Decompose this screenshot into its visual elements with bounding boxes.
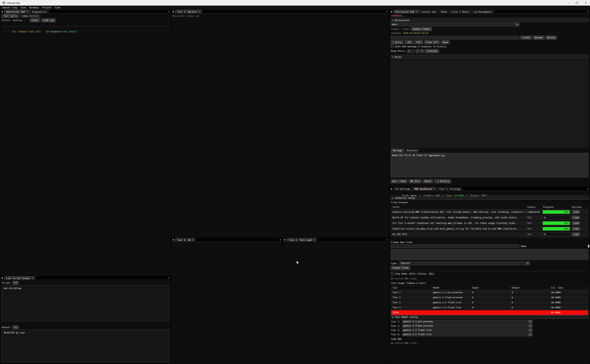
tab-tier1-strategy[interactable]: Tier 1: Strategy [437,187,463,191]
dock-close-icon[interactable]: X [587,188,588,190]
window-menu-icon[interactable] [1,277,3,279]
tab-close-icon[interactable]: X [313,239,314,241]
truncate-button[interactable]: Truncate [425,49,439,53]
track-name-input[interactable] [391,244,519,248]
tier1-model-select[interactable]: gemini-3.1-pro-preview▼ [402,320,533,323]
window-menu-icon[interactable] [284,239,286,241]
reset-button[interactable]: Reset [423,179,433,183]
tab-close-icon[interactable]: X [32,277,33,279]
script-box[interactable]: Get-ChildItem [2,285,169,321]
menu-project[interactable]: Project [40,6,53,9]
tab-close-icon[interactable]: X [434,188,435,190]
autoadd-checkbox[interactable] [391,45,394,48]
table-row: Enhance existing MMA orchestration GUI: … [391,209,588,215]
subtab-comms-history[interactable]: Comms History [20,14,41,18]
table-row: Tier 4 gemini-2.5-flash-lite 0 0 $0.0000 [391,305,588,310]
menu-view-2[interactable]: View [53,6,62,9]
dock-close-icon[interactable]: X [168,277,169,279]
tab-close-icon[interactable]: X [416,11,417,13]
tab-response[interactable]: Response [405,149,420,152]
update-commit-button[interactable]: Update Commit [411,27,432,31]
create-track-button[interactable]: Create Track [391,266,410,270]
tab-tier2-tech-lead[interactable]: Tier 2: Tech Lead X [287,238,316,242]
load-track-button[interactable]: Load [572,216,580,219]
keep-pairs-input[interactable]: 2 [407,49,415,53]
tier-model-config-header[interactable]: ▼ Tier Model Config [391,315,589,319]
dock-close-icon[interactable]: X [386,239,388,241]
keep-pairs-plus-button[interactable]: + [420,49,424,53]
delete-discussion-button[interactable]: Delete [546,36,557,39]
menu-windows[interactable]: Windows [28,6,40,9]
tab-theme[interactable]: Theme [439,10,449,13]
clear-all-button[interactable]: Clear All [424,40,440,44]
window-menu-icon[interactable] [172,11,174,13]
tab-context-hub[interactable]: Context Hub [419,10,438,13]
menu-view[interactable]: View [19,6,28,9]
tier4-model-select[interactable]: gemini-2.5-flash-lite▼ [402,333,533,336]
tab-diagnostics[interactable]: Diagnostics [30,10,48,13]
dock-close-icon[interactable]: X [280,239,281,241]
menu-manual-slop[interactable]: manual slop [1,6,19,9]
track-type-select[interactable]: feature ▼ [399,261,530,265]
last-script-output-panel: Last Script Output X X Script: [+] Get-C… [0,276,171,364]
track-description-textarea[interactable] [391,249,588,260]
subtab-tool-calls[interactable]: Tool Calls [2,14,19,18]
tab-tier4-qa[interactable]: Tier 4: QA X [175,238,195,242]
load-track-button[interactable]: Load [572,210,580,214]
load-track-button[interactable]: Load [572,233,580,236]
to-history-button[interactable]: -> History [434,179,451,183]
tab-close-icon[interactable]: X [192,239,193,241]
tab-log-management[interactable]: Log Management [471,10,494,13]
output-expand-button[interactable]: [+] [13,326,19,329]
step-mode-checkbox[interactable] [391,272,394,275]
dock-close-icon[interactable]: X [587,10,588,13]
load-track-button[interactable]: Load [572,227,580,230]
message-textarea[interactable]: Read the first 10 lines of aggregate.py. [391,153,588,177]
script-expand-button[interactable]: [+] [13,281,19,285]
tab-ai-settings[interactable]: AI Settings [394,187,412,191]
md-only-button[interactable]: MD Only [409,179,422,183]
tab-mma-dashboard[interactable]: MMA Dashboard X [413,187,436,191]
tab-files-media[interactable]: Files & Media [449,10,471,13]
create-discussion-button[interactable]: Create [520,36,532,39]
close-button[interactable]: ✕ [581,0,590,6]
conductor-setup-header[interactable]: ▶ Conductor Setup [391,196,589,200]
dock-close-icon[interactable]: X [386,10,388,13]
load-log-button[interactable]: Load Log [41,19,55,22]
window-menu-icon[interactable] [391,188,392,190]
discussion-name-input[interactable] [391,36,519,39]
add-entry-button[interactable]: + Entry [391,40,403,44]
keep-pairs-minus-button[interactable]: - [416,49,419,53]
tab-discussion-hub[interactable]: Discussion Hub X [394,10,419,13]
tab-close-icon[interactable]: X [27,11,28,13]
save-button[interactable]: Save [441,40,449,44]
table-row: Tier 2 gemini-3-flash-preview 0 0 $0.000… [391,295,588,300]
minimize-icon: — [567,1,570,4]
rename-discussion-button[interactable]: Rename [533,36,544,39]
clear-button[interactable]: Clear [30,19,40,22]
tab-last-script-output[interactable]: Last Script Output X [4,276,35,280]
tab-close-icon[interactable]: X [199,11,200,13]
expand-all-button[interactable]: +All [414,40,423,44]
roles-header[interactable]: ▶ Roles [391,55,589,59]
tier3-model-select[interactable]: gemini-2.5-flash-lite▼ [402,328,533,332]
tab-tier3-workers[interactable]: Tier 3: Workers X [175,10,202,13]
tab-operations-hub[interactable]: Operations Hub X [4,10,29,13]
scrollbar-thumb[interactable] [588,245,589,247]
load-track-button[interactable]: Load [572,221,580,225]
window-menu-icon[interactable] [391,11,392,13]
window-menu-icon[interactable] [1,11,3,13]
minimize-button[interactable]: — [564,0,573,6]
window-menu-icon[interactable] [172,239,174,241]
last-script-tabbar: Last Script Output X X [0,276,171,280]
tab-message[interactable]: Message [391,149,404,152]
progress-bar: 0% [543,233,570,236]
discussion-select[interactable]: main ▼ [391,23,519,26]
collapse-all-button[interactable]: -All [405,40,413,44]
output-box[interactable]: REJECTED by user [2,330,169,362]
gen-send-button[interactable]: Gen + Send [391,179,407,183]
discussions-header[interactable]: ▼ Discussions [391,19,589,22]
tier2-model-select[interactable]: gemini-3-flash-preview▼ [402,324,533,328]
dock-close-icon[interactable]: X [168,10,169,13]
maximize-button[interactable] [573,0,581,6]
